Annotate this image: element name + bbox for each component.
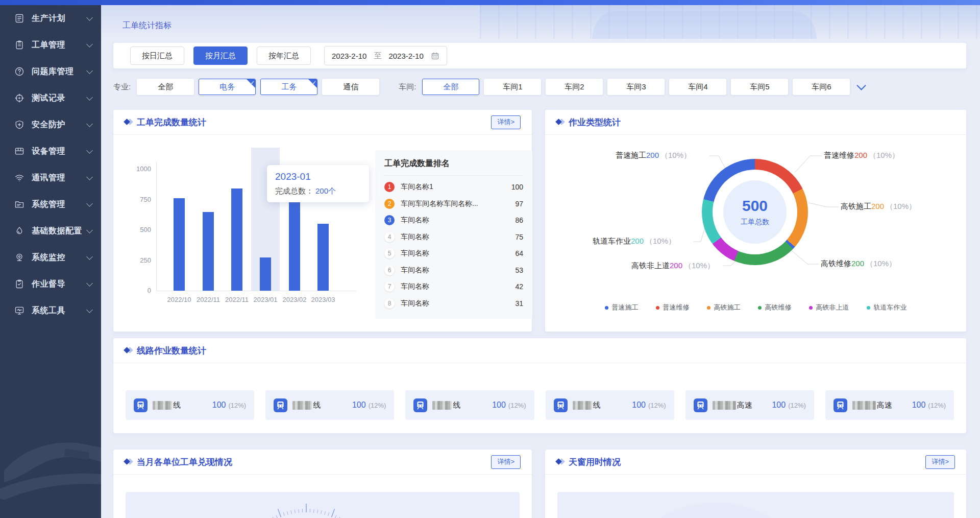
legend-label: 普速施工 bbox=[612, 303, 639, 312]
fulfillment-card-header: 当月各单位工单兑现情况 详情> bbox=[113, 450, 532, 475]
bar-2023/03 bbox=[317, 224, 329, 291]
sidebar-item-9[interactable]: 基础数据配置 bbox=[0, 218, 101, 244]
legend-item-高铁施工[interactable]: 高铁施工 bbox=[707, 303, 741, 312]
legend-dot bbox=[867, 306, 870, 310]
summary-tab-1[interactable]: 按日汇总 bbox=[130, 46, 184, 65]
censored-line-name bbox=[153, 401, 172, 410]
sidebar-item-label: 系统监控 bbox=[32, 252, 87, 263]
fulfillment-card: 当月各单位工单兑现情况 详情> bbox=[113, 450, 532, 518]
rank-name: 车间车间名称车间名称... bbox=[401, 199, 511, 208]
major-chip-4[interactable]: 通信 bbox=[322, 79, 379, 95]
sidebar-item-2[interactable]: 工单管理 bbox=[0, 32, 101, 58]
callout-name: 高铁施工 bbox=[841, 202, 871, 210]
chevron-down-icon bbox=[86, 67, 93, 74]
workshop-chip-6[interactable]: 车间5 bbox=[731, 79, 788, 95]
workshop-chip-7[interactable]: 车间6 bbox=[793, 79, 850, 95]
major-chip-2[interactable]: 电务 bbox=[199, 79, 256, 95]
sidebar-item-label: 测试记录 bbox=[32, 93, 87, 104]
summary-tab-2[interactable]: 按月汇总 bbox=[193, 46, 248, 65]
folder-icon bbox=[14, 199, 24, 209]
line-stat-item-4: 线100(12%) bbox=[546, 390, 674, 420]
window-time-detail-button[interactable]: 详情> bbox=[925, 455, 955, 469]
line-value: 100 bbox=[212, 401, 226, 410]
date-end[interactable]: 2023-2-10 bbox=[388, 52, 423, 60]
bar-2022/11 bbox=[231, 189, 242, 291]
workshop-chip-3[interactable]: 车间2 bbox=[546, 79, 603, 95]
document-icon bbox=[14, 13, 24, 23]
callout-value: 200 bbox=[851, 259, 864, 268]
callout-name: 高铁非上道 bbox=[631, 261, 670, 270]
donut-center: 500 工单总数 bbox=[723, 180, 787, 244]
rank-badge: 7 bbox=[384, 281, 395, 292]
workshop-chip-2[interactable]: 车间1 bbox=[484, 79, 541, 95]
legend-item-普速维修[interactable]: 普速维修 bbox=[656, 303, 690, 312]
line-pct: (12%) bbox=[928, 402, 946, 409]
line-name-suffix: 线 bbox=[173, 401, 181, 410]
workshop-chip-1[interactable]: 全部 bbox=[422, 79, 479, 95]
workshop-chip-5[interactable]: 车间4 bbox=[669, 79, 726, 95]
fulfillment-card-title: 当月各单位工单兑现情况 bbox=[137, 456, 491, 468]
rank-value: 64 bbox=[515, 249, 523, 257]
line-pct: (12%) bbox=[369, 402, 386, 409]
legend-dot bbox=[605, 306, 608, 310]
ranking-row: 3车间名称86 bbox=[384, 212, 523, 229]
sidebar-item-4[interactable]: 测试记录 bbox=[0, 85, 101, 111]
train-icon bbox=[554, 398, 568, 412]
sidebar-item-6[interactable]: 设备管理 bbox=[0, 138, 101, 164]
train-icon bbox=[274, 398, 287, 412]
donut-ring: 500 工单总数 bbox=[702, 159, 808, 265]
sidebar-item-7[interactable]: 通讯管理 bbox=[0, 164, 101, 191]
y-axis bbox=[156, 162, 157, 291]
line-value: 100 bbox=[912, 401, 926, 410]
major-chip-3[interactable]: 工务 bbox=[260, 79, 317, 95]
sidebar-item-label: 系统管理 bbox=[32, 199, 87, 210]
legend-item-轨道车作业[interactable]: 轨道车作业 bbox=[867, 303, 907, 312]
fulfillment-detail-button[interactable]: 详情> bbox=[491, 455, 521, 469]
callout-value: 200 bbox=[646, 151, 659, 159]
callout-pct: （10%） bbox=[866, 259, 896, 268]
callout-value: 200 bbox=[670, 261, 682, 270]
breadcrumb: 工单统计指标 bbox=[122, 20, 172, 31]
donut-callout-高铁非上道: 高铁非上道200（10%） bbox=[631, 261, 715, 271]
line-stats-card: 线路作业数量统计 线100(12%)线100(12%)线100(12%)线100… bbox=[113, 338, 966, 433]
window-time-card-title: 天窗用时情况 bbox=[569, 456, 925, 468]
sidebar-item-label: 设备管理 bbox=[32, 146, 87, 157]
legend-item-普速施工[interactable]: 普速施工 bbox=[605, 303, 639, 312]
sidebar-item-12[interactable]: 系统工具 bbox=[0, 297, 101, 324]
line-name-suffix: 高速 bbox=[877, 401, 892, 410]
calendar-icon[interactable] bbox=[431, 52, 439, 60]
dashboard-page: 生产计划工单管理问题库管理测试记录安全防护设备管理通讯管理系统管理基础数据配置系… bbox=[0, 0, 980, 518]
train-icon bbox=[413, 398, 427, 412]
expand-chevron-icon[interactable] bbox=[857, 81, 866, 90]
y-tick-label: 0 bbox=[120, 287, 151, 294]
y-tick-label: 500 bbox=[120, 226, 151, 233]
sidebar-item-8[interactable]: 系统管理 bbox=[0, 191, 101, 218]
ranking-row: 8车间名称31 bbox=[384, 295, 523, 312]
legend-item-高铁维修[interactable]: 高铁维修 bbox=[758, 303, 792, 312]
donut-legend: 普速施工普速维修高铁施工高铁维修高铁非上道轨道车作业 bbox=[545, 303, 966, 312]
top-accent-bar bbox=[0, 0, 980, 5]
workshop-filter-label: 车间: bbox=[399, 82, 416, 92]
train-icon bbox=[694, 398, 707, 412]
line-name-suffix: 线 bbox=[593, 401, 601, 410]
date-start[interactable]: 2023-2-10 bbox=[332, 52, 366, 60]
sidebar-item-1[interactable]: 生产计划 bbox=[0, 5, 101, 32]
donut-callout-高铁维修: 高铁维修200（10%） bbox=[821, 259, 896, 269]
sidebar-item-3[interactable]: 问题库管理 bbox=[0, 58, 101, 85]
major-chip-1[interactable]: 全部 bbox=[137, 79, 194, 95]
chevron-down-icon bbox=[86, 200, 93, 207]
summary-tab-3[interactable]: 按年汇总 bbox=[257, 46, 311, 65]
workshop-chip-4[interactable]: 车间3 bbox=[607, 79, 665, 95]
completion-stats-card: 工单完成数量统计 详情> 025050075010002022/102022/1… bbox=[113, 110, 532, 332]
gauge-chart bbox=[126, 492, 520, 518]
censored-line-name bbox=[713, 401, 736, 410]
sidebar-item-10[interactable]: 系统监控 bbox=[0, 244, 101, 271]
diamond-icon bbox=[125, 347, 133, 354]
legend-item-高铁非上道[interactable]: 高铁非上道 bbox=[809, 303, 849, 312]
line-items: 线100(12%)线100(12%)线100(12%)线100(12%)高速10… bbox=[126, 390, 954, 420]
rank-value: 100 bbox=[511, 183, 523, 191]
sidebar-item-11[interactable]: 作业督导 bbox=[0, 271, 101, 297]
sidebar-item-5[interactable]: 安全防护 bbox=[0, 111, 101, 138]
date-range-picker[interactable]: 2023-2-10 至 2023-2-10 bbox=[324, 46, 447, 65]
y-tick-label: 750 bbox=[120, 196, 151, 203]
